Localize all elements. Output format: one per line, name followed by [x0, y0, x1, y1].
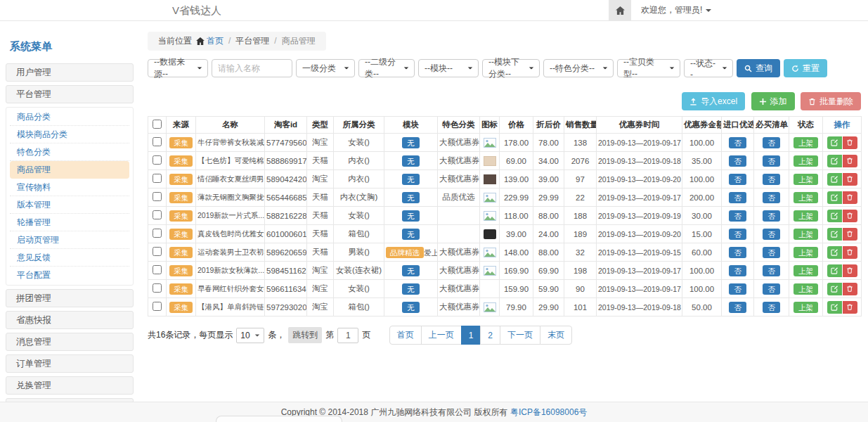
delete-button[interactable]: [843, 191, 857, 204]
delete-button[interactable]: [843, 264, 857, 277]
row-checkbox[interactable]: [153, 265, 162, 274]
sidebar-section-0[interactable]: 用户管理: [6, 63, 134, 82]
home-button[interactable]: [609, 0, 631, 20]
sidebar-section-4[interactable]: 消息管理: [6, 333, 134, 351]
breadcrumb-item-0[interactable]: 首页: [207, 36, 224, 46]
breadcrumb-item-1[interactable]: 平台管理: [235, 36, 269, 46]
select-all-checkbox[interactable]: [153, 120, 162, 129]
status-button[interactable]: 上架: [793, 229, 818, 240]
sidebar-item-1[interactable]: 模块商品分类: [10, 126, 129, 143]
row-checkbox[interactable]: [153, 155, 162, 165]
sidebar-item-7[interactable]: 启动页管理: [10, 231, 129, 249]
sidebar-item-0[interactable]: 商品分类: [10, 108, 129, 126]
import-toggle-button[interactable]: 否: [729, 229, 746, 240]
page-button-1[interactable]: 上一页: [421, 326, 462, 345]
delete-button[interactable]: [843, 301, 857, 314]
module-none-button[interactable]: 无: [402, 210, 420, 222]
must-buy-toggle-button[interactable]: 否: [763, 265, 780, 276]
import-toggle-button[interactable]: 否: [729, 137, 746, 148]
filter-select-4[interactable]: --模块--: [418, 59, 479, 77]
sidebar-section-3[interactable]: 省惠快报: [6, 311, 134, 329]
must-buy-toggle-button[interactable]: 否: [763, 283, 780, 295]
page-button-2[interactable]: 1: [461, 326, 481, 345]
module-none-button[interactable]: 无: [402, 265, 420, 276]
sidebar-item-6[interactable]: 轮播管理: [10, 214, 129, 231]
status-button[interactable]: 上架: [793, 283, 818, 295]
must-buy-toggle-button[interactable]: 否: [763, 137, 780, 148]
delete-button[interactable]: [843, 173, 857, 186]
delete-button[interactable]: [843, 283, 857, 295]
edit-button[interactable]: [827, 136, 842, 149]
row-checkbox[interactable]: [153, 247, 162, 256]
status-button[interactable]: 上架: [793, 247, 818, 258]
delete-button[interactable]: [843, 210, 857, 222]
status-button[interactable]: 上架: [793, 302, 818, 313]
module-none-button[interactable]: 无: [402, 283, 420, 295]
row-checkbox[interactable]: [153, 137, 162, 146]
sidebar-section-5[interactable]: 订单管理: [6, 354, 134, 373]
edit-button[interactable]: [827, 155, 842, 167]
filter-select-5[interactable]: --模块下分类--: [482, 59, 540, 77]
status-button[interactable]: 上架: [793, 174, 818, 185]
page-button-4[interactable]: 下一页: [500, 326, 540, 345]
status-button[interactable]: 上架: [793, 155, 818, 167]
sidebar-item-3[interactable]: 商品管理: [10, 161, 129, 179]
must-buy-toggle-button[interactable]: 否: [763, 155, 780, 167]
name-search-input[interactable]: [212, 59, 292, 77]
import-toggle-button[interactable]: 否: [729, 155, 746, 167]
import-toggle-button[interactable]: 否: [729, 247, 746, 258]
must-buy-toggle-button[interactable]: 否: [763, 247, 780, 258]
import-toggle-button[interactable]: 否: [729, 210, 746, 222]
search-button[interactable]: 查询: [737, 59, 780, 77]
edit-button[interactable]: [827, 283, 842, 295]
must-buy-toggle-button[interactable]: 否: [763, 192, 780, 203]
must-buy-toggle-button[interactable]: 否: [763, 229, 780, 240]
edit-button[interactable]: [827, 264, 842, 277]
must-buy-toggle-button[interactable]: 否: [763, 302, 780, 313]
module-none-button[interactable]: 无: [402, 137, 420, 148]
batch-delete-button[interactable]: 批量删除: [801, 92, 861, 110]
row-checkbox[interactable]: [153, 210, 162, 219]
row-checkbox[interactable]: [153, 174, 162, 183]
page-number-input[interactable]: [337, 328, 358, 343]
import-toggle-button[interactable]: 否: [729, 265, 746, 276]
import-toggle-button[interactable]: 否: [729, 283, 746, 295]
status-button[interactable]: 上架: [793, 192, 818, 203]
edit-button[interactable]: [827, 228, 842, 241]
delete-button[interactable]: [843, 136, 857, 149]
sidebar-item-4[interactable]: 宣传物料: [10, 179, 129, 196]
sidebar-item-2[interactable]: 特色分类: [10, 143, 129, 161]
status-button[interactable]: 上架: [793, 210, 818, 222]
module-none-button[interactable]: 无: [402, 174, 420, 185]
filter-select-0[interactable]: --数据来源--: [148, 59, 208, 77]
import-excel-button[interactable]: 导入excel: [682, 92, 745, 110]
reset-button[interactable]: 重置: [784, 59, 827, 77]
filter-select-7[interactable]: --宝贝类型--: [617, 59, 680, 77]
filter-select-8[interactable]: --状态--: [684, 59, 733, 77]
row-checkbox[interactable]: [153, 302, 162, 311]
edit-button[interactable]: [827, 301, 842, 314]
add-button[interactable]: 添加: [751, 92, 795, 110]
status-button[interactable]: 上架: [793, 265, 818, 276]
sidebar-section-2[interactable]: 拼团管理: [6, 289, 134, 307]
filter-select-3[interactable]: --二级分类--: [358, 59, 415, 77]
import-toggle-button[interactable]: 否: [729, 302, 746, 313]
edit-button[interactable]: [827, 191, 842, 204]
import-toggle-button[interactable]: 否: [729, 174, 746, 185]
edit-button[interactable]: [827, 173, 842, 186]
edit-button[interactable]: [827, 210, 842, 222]
sidebar-section-1[interactable]: 平台管理: [6, 85, 134, 103]
filter-select-2[interactable]: 一级分类: [296, 59, 355, 77]
edit-button[interactable]: [827, 246, 842, 259]
status-button[interactable]: 上架: [793, 137, 818, 148]
row-checkbox[interactable]: [153, 283, 162, 293]
filter-select-6[interactable]: --特色分类--: [543, 59, 614, 77]
page-button-5[interactable]: 末页: [540, 326, 572, 345]
row-checkbox[interactable]: [153, 192, 162, 201]
per-page-select[interactable]: 10: [236, 328, 264, 343]
module-none-button[interactable]: 无: [402, 302, 420, 313]
icp-link[interactable]: 粤ICP备16098006号: [510, 407, 587, 417]
sidebar-section-6[interactable]: 兑换管理: [6, 376, 134, 395]
delete-button[interactable]: [843, 155, 857, 167]
row-checkbox[interactable]: [153, 229, 162, 238]
